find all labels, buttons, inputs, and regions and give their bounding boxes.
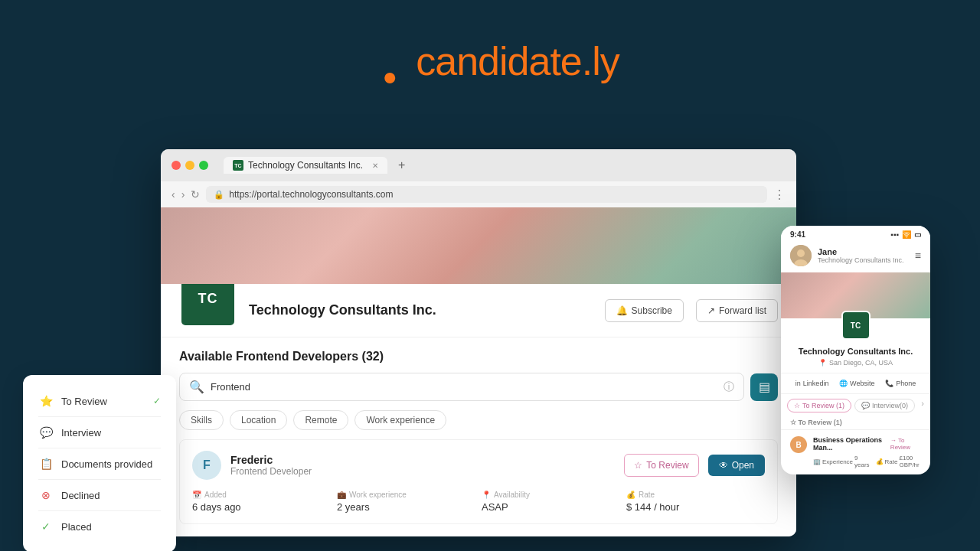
mobile-tab-to-review[interactable]: ☆ To Review (1) (787, 399, 851, 412)
candidates-section: Available Frontend Developers (32) 🔍 ⓘ ▤… (161, 337, 796, 536)
mobile-location-text: San Diego, CA, USA (829, 359, 893, 367)
sidebar-label-documents: Documents provided (61, 458, 161, 470)
detail-availability-label: 📍 Availability (482, 491, 620, 499)
browser-tab[interactable]: TC Technology Consultants Inc. ✕ (224, 157, 387, 174)
logo-area: candidate.ly (361, 38, 619, 84)
filter-tag-skills[interactable]: Skills (179, 410, 224, 430)
money-icon: 💰 (626, 491, 635, 499)
detail-added-value: 6 days ago (192, 501, 331, 513)
mobile-exp-detail: 🏢 Experience 9 years (813, 455, 870, 468)
mobile-tab-interview[interactable]: 💬 Interview(0) (854, 399, 915, 412)
subscribe-label: Subscribe (632, 305, 672, 316)
mobile-exp-label: Experience (822, 458, 853, 465)
mobile-review-tag: → To Review (890, 437, 921, 451)
mobile-menu-btn[interactable]: ≡ (915, 249, 921, 262)
reload-btn[interactable]: ↻ (191, 188, 200, 201)
tabs-arrow[interactable]: › (921, 399, 924, 412)
back-btn[interactable]: ‹ (172, 188, 175, 201)
forward-list-label: Forward list (719, 305, 766, 316)
forward-icon: ↗ (707, 305, 715, 316)
filter-tag-location[interactable]: Location (230, 410, 287, 430)
mobile-candidate-name: Business Operations Man... (813, 436, 890, 452)
battery-icon: ▭ (914, 230, 921, 239)
mobile-link-phone[interactable]: 📞 Phone (885, 380, 916, 387)
sidebar-item-placed[interactable]: ✓ Placed (38, 513, 161, 540)
candidates-title: Available Frontend Developers (32) (179, 350, 778, 364)
mobile-linkedin-label: Linkedin (803, 380, 829, 387)
divider-3 (38, 479, 161, 480)
subscribe-button[interactable]: 🔔 Subscribe (605, 299, 684, 322)
detail-added: 📅 Added 6 days ago (192, 491, 331, 513)
forward-list-button[interactable]: ↗ Forward list (696, 299, 778, 322)
mobile-company-name: Technology Consultants Inc. (790, 346, 921, 357)
more-btn[interactable]: ⋮ (773, 187, 786, 202)
browser-window: TC Technology Consultants Inc. ✕ + ‹ › ↻… (161, 149, 796, 536)
open-button[interactable]: 👁 Open (708, 455, 765, 476)
filter-tag-work-experience[interactable]: Work experience (354, 410, 446, 430)
mobile-link-linkedin[interactable]: in Linkedin (795, 380, 829, 387)
dot-maximize[interactable] (199, 161, 208, 170)
mobile-candidate-details: 🏢 Experience 9 years 💰 Rate £100 GBP/hr (813, 455, 921, 468)
mobile-nav: Jane Technology Consultants Inc. ≡ (781, 239, 930, 272)
browser-dots (172, 161, 208, 170)
forward-btn[interactable]: › (181, 188, 185, 201)
search-box[interactable]: 🔍 ⓘ (179, 373, 744, 401)
svg-point-0 (384, 73, 395, 83)
eye-icon: 👁 (719, 460, 728, 471)
tab-favicon: TC (233, 160, 243, 171)
calendar-icon: 📅 (192, 491, 201, 499)
open-label: Open (732, 460, 754, 471)
to-review-button[interactable]: ☆ To Review (624, 454, 698, 477)
candidate-avatar: F (192, 451, 221, 480)
filter-button[interactable]: ▤ (750, 373, 778, 401)
sidebar-label-interview: Interview (61, 427, 161, 439)
filter-tag-remote[interactable]: Remote (293, 410, 348, 430)
candidate-role: Frontend Developer (230, 466, 615, 477)
mobile-location: 📍 San Diego, CA, USA (790, 359, 921, 367)
search-input[interactable] (211, 381, 717, 393)
location-pin-icon: 📍 (818, 359, 827, 367)
location-icon: 📍 (482, 491, 491, 499)
sidebar-item-declined[interactable]: ⊗ Declined (38, 481, 161, 509)
mobile-status-icons: ▪▪▪ 🛜 ▭ (890, 230, 921, 239)
phone-icon: 📞 (885, 380, 893, 387)
mobile-user-company: Technology Consultants Inc. (818, 256, 909, 264)
signal-icon: ▪▪▪ (890, 230, 899, 239)
detail-rate-label: 💰 Rate (626, 491, 765, 499)
tab-close-btn[interactable]: ✕ (372, 161, 378, 170)
mobile-phone-label: Phone (896, 380, 916, 387)
candidate-initial: F (203, 458, 211, 472)
sidebar-item-to-review[interactable]: ⭐ To Review ✓ (38, 387, 161, 415)
candidate-info: Frederic Frontend Developer (230, 454, 615, 477)
detail-work-experience-value: 2 years (337, 501, 475, 513)
new-tab-btn[interactable]: + (398, 158, 405, 172)
logo-text: candidate.ly (416, 38, 619, 84)
mobile-user-info: Jane Technology Consultants Inc. (818, 247, 909, 264)
mobile-company-logo-text: TC (851, 321, 861, 330)
svg-point-2 (797, 249, 805, 257)
candidate-name: Frederic (230, 454, 615, 466)
mobile-company-section: TC Technology Consultants Inc. 📍 San Die… (781, 318, 930, 373)
lock-icon: 🔒 (214, 190, 224, 200)
mobile-rate-detail: 💰 Rate £100 GBP/hr (876, 455, 921, 468)
mobile-candidate-row: B Business Operations Man... → To Review… (781, 429, 930, 474)
mobile-review-section-label: ☆ To Review (1) (781, 417, 930, 429)
mobile-status-bar: 9:41 ▪▪▪ 🛜 ▭ (781, 226, 930, 239)
dot-minimize[interactable] (185, 161, 194, 170)
sidebar-item-documents[interactable]: 📋 Documents provided (38, 450, 161, 478)
address-box[interactable]: 🔒 https://portal.technologyconsultants.c… (206, 186, 767, 203)
mobile-candidate-initial: B (795, 441, 801, 449)
check-icon: ✓ (153, 396, 161, 406)
dot-close[interactable] (172, 161, 181, 170)
mobile-link-website[interactable]: 🌐 Website (839, 380, 874, 387)
candidate-header: F Frederic Frontend Developer ☆ To Revie… (192, 451, 765, 480)
chat-icon: 💬 (38, 425, 54, 440)
mobile-avatar (790, 245, 812, 266)
sidebar-item-interview[interactable]: 💬 Interview (38, 419, 161, 446)
mobile-candidate-info: Business Operations Man... → To Review 🏢… (813, 436, 921, 468)
star-icon-mobile: ☆ (794, 402, 800, 409)
url-text: https://portal.technologyconsultants.com (229, 189, 393, 200)
bell-icon: 🔔 (616, 305, 628, 316)
portal-content: TC Technology Consultants Inc. 🔔 Subscri… (161, 207, 796, 536)
mobile-card: 9:41 ▪▪▪ 🛜 ▭ Jane Technology Consultants… (781, 226, 930, 474)
